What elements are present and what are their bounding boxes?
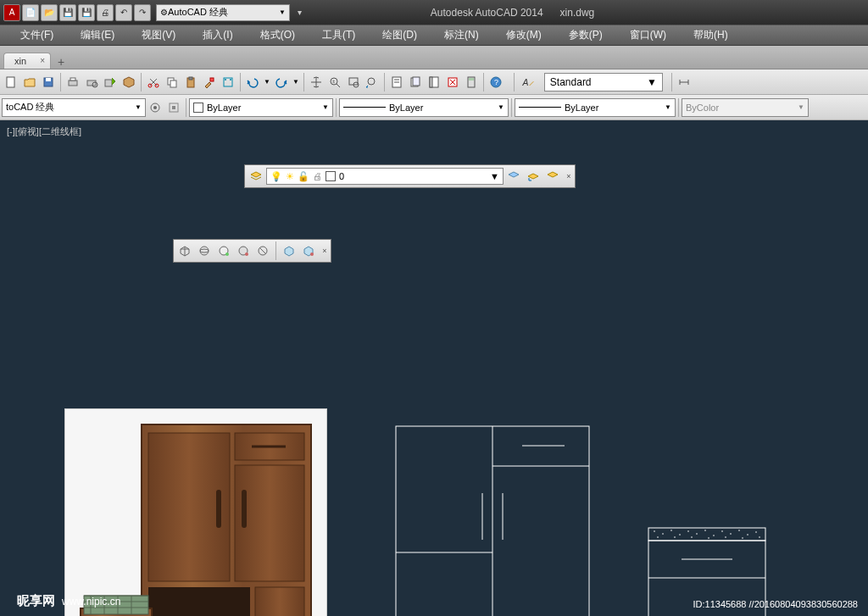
- workspace-selector[interactable]: ⚙ AutoCAD 经典 ▼: [156, 4, 290, 21]
- menu-modify[interactable]: 修改(M): [492, 26, 555, 44]
- toolpalettes-button[interactable]: [425, 73, 443, 92]
- vs-shaded-icon[interactable]: [280, 241, 298, 260]
- app-name: Autodesk AutoCAD 2014: [431, 7, 543, 19]
- chevron-down-icon: ▼: [490, 171, 499, 181]
- menu-dimension[interactable]: 标注(N): [431, 26, 492, 44]
- vs-wireframe-icon[interactable]: [195, 241, 214, 260]
- qat-more-icon[interactable]: ▾: [292, 4, 309, 21]
- saveas-icon[interactable]: 💾: [78, 4, 95, 21]
- svg-point-16: [225, 79, 226, 80]
- visual-styles-toolbar[interactable]: ×: [173, 239, 331, 263]
- plot-button[interactable]: [64, 73, 82, 92]
- new-icon[interactable]: 📄: [22, 4, 39, 21]
- redo-icon[interactable]: ↷: [134, 4, 151, 21]
- publish-button[interactable]: [101, 73, 120, 92]
- standard-toolbar: ▼ ▼ ± ? A Standard ▼: [0, 69, 868, 95]
- redo-dropdown[interactable]: ▼: [291, 78, 301, 86]
- viewport-controls[interactable]: [-][俯视][二维线框]: [7, 125, 81, 138]
- plotstyle-selector[interactable]: ByColor ▼: [682, 98, 809, 117]
- svg-point-17: [230, 79, 231, 80]
- help-button[interactable]: ?: [487, 73, 505, 92]
- layer-selector[interactable]: 💡 ☀ 🔓 🖨 0 ▼: [266, 168, 504, 185]
- zoom-realtime-button[interactable]: ±: [326, 73, 344, 92]
- sheetset-button[interactable]: [406, 73, 425, 92]
- layer-properties-icon[interactable]: [247, 167, 265, 186]
- workspace-settings-icon[interactable]: [146, 98, 164, 117]
- pan-button[interactable]: [307, 73, 326, 92]
- paste-button[interactable]: [181, 73, 200, 92]
- chevron-down-icon: ▼: [322, 103, 329, 111]
- textstyle-icon[interactable]: A: [517, 73, 539, 92]
- layer-previous-icon[interactable]: [524, 167, 542, 186]
- svg-point-88: [696, 533, 698, 535]
- zoom-window-button[interactable]: [344, 73, 363, 92]
- svg-rect-13: [189, 77, 192, 80]
- svg-point-91: [721, 530, 723, 532]
- menu-tools[interactable]: 工具(T): [309, 26, 369, 44]
- toolbar-close-icon[interactable]: ×: [565, 172, 573, 180]
- plot-preview-button[interactable]: [82, 73, 101, 92]
- menu-view[interactable]: 视图(V): [128, 26, 189, 44]
- toolbar-close-icon[interactable]: ×: [320, 247, 329, 255]
- new-tab-button[interactable]: +: [51, 55, 71, 69]
- menu-draw[interactable]: 绘图(D): [369, 26, 431, 44]
- redo-button[interactable]: [272, 73, 291, 92]
- menu-format[interactable]: 格式(O): [247, 26, 309, 44]
- blockeditor-button[interactable]: [219, 73, 237, 92]
- zoom-previous-button[interactable]: [363, 73, 381, 92]
- text-style-label: Standard: [550, 76, 592, 88]
- workspace-save-icon[interactable]: [164, 98, 183, 117]
- markup-button[interactable]: [443, 73, 462, 92]
- linetype-sample: [343, 107, 386, 108]
- menu-window[interactable]: 窗口(W): [616, 26, 680, 44]
- svg-point-93: [738, 530, 740, 531]
- svg-rect-0: [7, 77, 14, 87]
- cut-button[interactable]: [144, 73, 163, 92]
- color-selector[interactable]: ByLayer ▼: [189, 98, 333, 117]
- layer-states-icon[interactable]: [504, 167, 523, 186]
- svg-rect-60: [242, 490, 247, 528]
- save-button[interactable]: [39, 73, 58, 92]
- svg-text:A: A: [521, 78, 528, 87]
- vs-manage-icon[interactable]: [299, 241, 318, 260]
- workspace-dropdown[interactable]: toCAD 经典 ▼: [2, 98, 146, 117]
- quick-access-toolbar: A 📄 📂 💾 💾 🖨 ↶ ↷ ⚙ AutoCAD 经典 ▼ ▾: [0, 4, 312, 21]
- matchprop-button[interactable]: [200, 73, 219, 92]
- svg-point-84: [662, 533, 664, 535]
- undo-icon[interactable]: ↶: [115, 4, 132, 21]
- menu-help[interactable]: 帮助(H): [680, 26, 742, 44]
- undo-button[interactable]: [243, 73, 262, 92]
- quickcalc-button[interactable]: [462, 73, 481, 92]
- drawing-canvas[interactable]: [-][俯视][二维线框] 💡 ☀ 🔓 🖨 0 ▼ × ×: [0, 120, 868, 616]
- properties-button[interactable]: [387, 73, 406, 92]
- text-style-selector[interactable]: Standard ▼: [544, 73, 663, 92]
- svg-rect-2: [46, 78, 51, 81]
- layer-isolate-icon[interactable]: [543, 167, 562, 186]
- vs-realistic-icon[interactable]: [234, 241, 253, 260]
- close-tab-icon[interactable]: ×: [40, 56, 45, 65]
- lineweight-selector[interactable]: ByLayer ▼: [515, 98, 676, 117]
- open-icon[interactable]: 📂: [41, 4, 58, 21]
- vs-hidden-icon[interactable]: [214, 241, 233, 260]
- open-button[interactable]: [20, 73, 39, 92]
- 3dprint-button[interactable]: [120, 73, 138, 92]
- menu-parametric[interactable]: 参数(P): [555, 26, 616, 44]
- menu-edit[interactable]: 编辑(E): [67, 26, 128, 44]
- vs-conceptual-icon[interactable]: [253, 241, 272, 260]
- copy-button[interactable]: [163, 73, 181, 92]
- svg-point-99: [708, 537, 709, 539]
- menu-insert[interactable]: 插入(I): [189, 26, 246, 44]
- svg-point-87: [687, 530, 689, 532]
- app-menu-icon[interactable]: A: [3, 4, 20, 21]
- menu-file[interactable]: 文件(F): [7, 26, 67, 44]
- undo-dropdown[interactable]: ▼: [262, 78, 272, 86]
- vs-2dwireframe-icon[interactable]: [175, 241, 194, 260]
- file-tab-xin[interactable]: xin ×: [3, 53, 51, 69]
- layers-toolbar[interactable]: 💡 ☀ 🔓 🖨 0 ▼ ×: [244, 164, 576, 188]
- dim-style-icon[interactable]: [675, 73, 693, 92]
- svg-point-101: [742, 537, 743, 539]
- plot-icon[interactable]: 🖨: [97, 4, 114, 21]
- linetype-selector[interactable]: ByLayer ▼: [339, 98, 509, 117]
- new-button[interactable]: [2, 73, 20, 92]
- save-icon[interactable]: 💾: [59, 4, 76, 21]
